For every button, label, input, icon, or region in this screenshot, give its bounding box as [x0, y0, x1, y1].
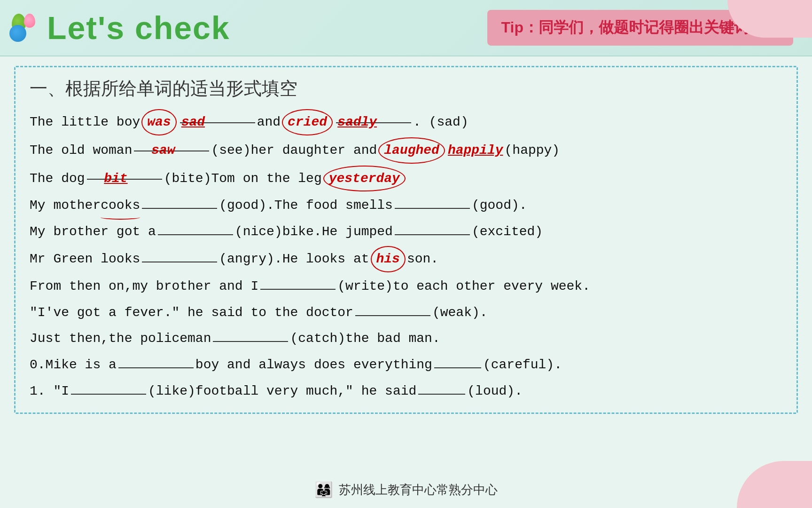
answer-his: his [371, 246, 406, 272]
answer-yesterday: yesterday [323, 166, 406, 192]
sentence-11: 1. "I (like)football very much," he said… [30, 379, 782, 404]
footer: 👨‍👩‍👧 苏州线上教育中心常熟分中心 [314, 481, 498, 499]
blank-good2 [395, 196, 470, 209]
blank-loudly [418, 381, 465, 395]
section-title: 一、根据所给单词的适当形式填空 [30, 77, 782, 101]
section-number: 一 [30, 79, 47, 98]
sentence-4: My mother cooks (good).The food smells (… [30, 193, 782, 218]
sentence-2: The old woman saw (see)her daughter and … [30, 137, 782, 164]
answer-happily: happily [448, 138, 503, 163]
sentence-9: Just then,the policeman (catch)the bad m… [30, 326, 782, 351]
blank-weakly [355, 303, 430, 316]
blank-saw: saw [134, 138, 209, 151]
sentence-1: The little boy was sad and cried sadly .… [30, 109, 782, 135]
blank-wrote [260, 277, 336, 290]
blank-careful [118, 355, 194, 368]
word-cooks: cooks [101, 193, 140, 218]
sentence-8: "I've got a fever." he said to the docto… [30, 301, 782, 325]
blank-like [71, 381, 146, 395]
answer-cried: cried [282, 109, 333, 135]
footer-icon: 👨‍👩‍👧 [314, 481, 333, 499]
blank-angry [142, 249, 217, 262]
blank-carefully [434, 355, 481, 368]
sentence-10: 0.Mike is a boy and always does everythi… [30, 353, 782, 377]
sentence-6: Mr Green looks (angry).He looks at his s… [30, 246, 782, 272]
blank-sadly: sadly [336, 110, 411, 123]
exercises: The little boy was sad and cried sadly .… [30, 109, 782, 404]
footer-org: 苏州线上教育中心常熟分中心 [339, 482, 498, 498]
blank-caught [213, 329, 288, 342]
blank-excitedly [395, 222, 470, 235]
content-area: 一、根据所给单词的适当形式填空 The little boy was sad a… [14, 66, 798, 414]
logo [9, 14, 38, 42]
blank-bit: bit [87, 167, 162, 180]
sentence-5: My brother got a (nice)bike.He jumped (e… [30, 220, 782, 244]
header-left: Let's check [9, 9, 230, 46]
corner-decoration-bottom [737, 461, 812, 508]
answer-was: was [141, 109, 176, 135]
blank-well1 [142, 196, 217, 209]
answer-laughed: laughed [378, 137, 445, 164]
page-title: Let's check [47, 9, 230, 46]
sentence-3: The dog bit (bite)Tom on the leg yesterd… [30, 166, 782, 192]
blank-sad: sad [180, 110, 255, 123]
sentence-7: From then on,my brother and I (write)to … [30, 274, 782, 299]
blank-nice [158, 222, 233, 235]
circle-pink [24, 14, 35, 28]
header: Let's check Tip：同学们，做题时记得圈出关键词哦！ [0, 0, 812, 56]
circle-blue [9, 25, 26, 42]
